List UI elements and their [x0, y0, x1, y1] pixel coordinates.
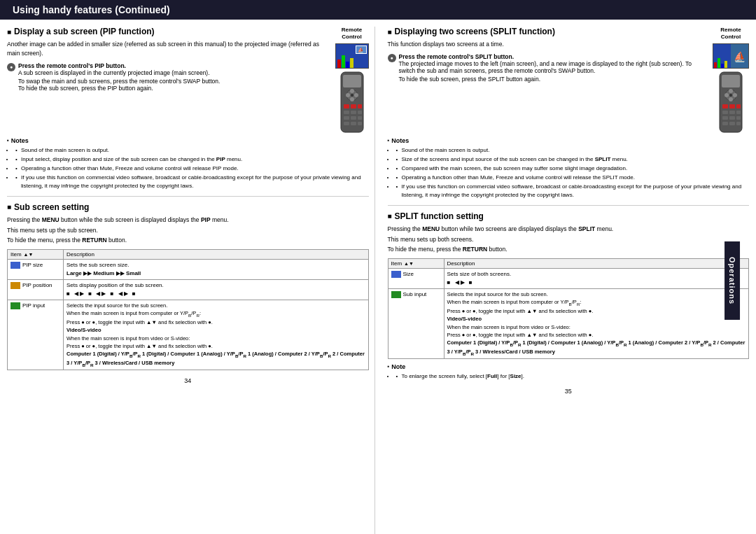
split-sort-arrows: ▲▼ — [404, 261, 414, 266]
split-note-5: If you use this function on commercial v… — [395, 183, 750, 199]
split-notes-title: Notes — [388, 137, 750, 144]
svg-rect-10 — [358, 104, 362, 108]
note-title: Note — [388, 363, 750, 370]
sort-arrows: ▲▼ — [24, 252, 34, 257]
split-bar2 — [718, 58, 720, 69]
sub-input-icon — [391, 291, 401, 298]
split-step-icon: ● — [388, 54, 396, 62]
svg-rect-29 — [729, 104, 735, 108]
table-row: PIP position Sets display position of th… — [8, 280, 369, 300]
left-divider — [7, 196, 369, 197]
pip-note-2: Input select, display position and size … — [14, 155, 369, 164]
svg-point-27 — [729, 94, 732, 97]
split-note-4: Operating a function other than Mute, Fr… — [395, 174, 750, 182]
pip-step1-title: Press the remote control's PIP button. — [18, 62, 126, 69]
size-cell: Size — [391, 270, 441, 279]
svg-rect-33 — [736, 111, 741, 114]
sub-table-col2: Description — [64, 250, 369, 260]
pip-input-desc: Selects the input source for the sub scr… — [64, 300, 369, 370]
pip-position-icon — [10, 282, 20, 289]
split-setting-intro: Pressing the MENU button while two scree… — [388, 225, 750, 254]
table-row: PIP input Selects the input source for t… — [8, 300, 369, 370]
table-row: Size Sets size of both screens. ■ ◀▶ ■ — [388, 269, 749, 289]
pip-remote-label: Remote Control — [342, 27, 362, 41]
pip-step1-swap: To swap the main and sub screens, press … — [18, 78, 220, 85]
svg-rect-37 — [722, 122, 728, 125]
left-column: Display a sub screen (PIP function) Anot… — [7, 27, 375, 534]
svg-rect-34 — [722, 116, 728, 120]
page-number-left: 34 — [7, 377, 369, 384]
svg-point-6 — [354, 93, 358, 97]
sub-screen-intro: Pressing the MENU button while the sub s… — [7, 216, 369, 245]
table-row: Sub input Selects the input source for t… — [388, 289, 749, 359]
pip-note-1: Sound of the main screen is output. — [14, 146, 369, 155]
svg-rect-21 — [722, 75, 740, 87]
svg-rect-35 — [729, 116, 735, 120]
sub-screen-section: Sub screen setting Pressing the MENU but… — [7, 202, 369, 370]
sub-table-col1: Item ▲▼ — [8, 250, 64, 260]
pip-input-icon — [10, 302, 20, 309]
size-item: Size — [388, 269, 444, 289]
split-note-3: Compared with the main screen, the sub s… — [395, 164, 750, 173]
pip-section-left: Display a sub screen (PIP function) Anot… — [7, 27, 331, 94]
pip-step1-content: Press the remote control's PIP button. A… — [18, 62, 220, 92]
svg-point-7 — [351, 94, 354, 97]
split-bar1 — [714, 62, 717, 69]
split-remote-container: Remote Control — [713, 27, 749, 134]
pip-step1-body: A sub screen is displayed in the current… — [18, 69, 220, 76]
split-table-col2: Description — [444, 259, 749, 269]
split-section-title: Displaying two screens (SPLIT function) — [388, 27, 709, 36]
sub-input-label: Sub input — [403, 290, 427, 299]
bar3 — [346, 62, 349, 68]
svg-point-5 — [346, 93, 350, 97]
svg-rect-32 — [729, 111, 735, 114]
sub-screen-title: Sub screen setting — [7, 202, 369, 212]
split-chart — [714, 58, 727, 69]
bar4 — [350, 58, 354, 68]
sub-screen-table: Item ▲▼ Description — [7, 249, 369, 370]
svg-rect-9 — [351, 104, 356, 108]
pip-sub-screen: ⛵ — [356, 45, 367, 54]
bar2 — [342, 55, 345, 68]
split-note-1: Sound of the main screen is output. — [395, 146, 750, 155]
svg-rect-1 — [343, 75, 361, 87]
sub-input-desc: Selects the input source for the sub scr… — [444, 289, 749, 359]
pip-size-item: PIP size — [8, 260, 64, 280]
svg-rect-36 — [736, 116, 741, 120]
svg-point-4 — [350, 97, 354, 101]
svg-rect-8 — [344, 104, 349, 108]
split-step1-hide: To hide the sub screen, press the SPLIT … — [399, 76, 709, 83]
pip-intro: Another image can be added in smaller si… — [7, 40, 331, 58]
svg-point-23 — [729, 89, 733, 93]
pip-input-cell: PIP input — [10, 302, 60, 310]
split-bar3 — [721, 64, 724, 69]
split-step1-content: Press the remote control's SPLIT button.… — [399, 53, 709, 83]
pip-position-desc: Sets display position of the sub screen.… — [64, 280, 369, 300]
page-title: Using handy features (Continued) — [13, 4, 170, 15]
split-note-2: Size of the screens and input source of … — [395, 155, 750, 164]
svg-rect-30 — [736, 104, 741, 108]
pip-main-screen: ⛵ — [335, 43, 369, 69]
split-sub-icon: ⛵ — [734, 51, 746, 62]
table-row: PIP size Sets the sub screen size. Large… — [8, 260, 369, 280]
svg-point-25 — [724, 93, 729, 97]
svg-rect-14 — [344, 116, 349, 120]
split-notes-list: Sound of the main screen is output. Size… — [388, 146, 750, 199]
split-bar4 — [724, 61, 727, 69]
split-setting-section: SPLIT function setting Pressing the MENU… — [388, 211, 750, 359]
split-remote-svg — [714, 71, 748, 134]
pip-step-icon: ● — [7, 63, 15, 71]
split-step1: ● Press the remote control's SPLIT butto… — [388, 53, 709, 83]
split-remote-label: Remote Control — [720, 27, 741, 41]
pip-notes-title: Notes — [7, 137, 369, 144]
svg-rect-39 — [736, 122, 741, 125]
svg-point-26 — [733, 93, 737, 97]
pip-screen-preview: ⛵ — [335, 43, 369, 69]
pip-size-desc: Sets the sub screen size. Large ▶▶ Mediu… — [64, 260, 369, 280]
pip-size-label: PIP size — [22, 261, 43, 269]
split-section: Displaying two screens (SPLIT function) … — [388, 27, 750, 199]
page-number-right: 35 — [388, 388, 750, 395]
split-table-col1: Item ▲▼ — [388, 259, 444, 269]
page-header: Using handy features (Continued) — [0, 0, 756, 20]
pip-position-item: PIP position — [8, 280, 64, 300]
